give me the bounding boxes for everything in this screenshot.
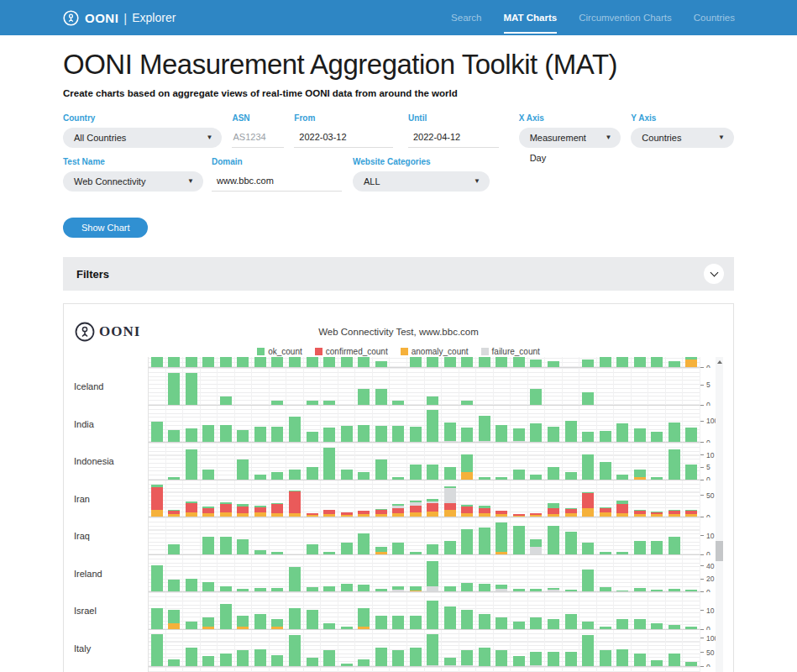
stacked-bar[interactable]: [341, 426, 353, 442]
stacked-bar[interactable]: [410, 357, 422, 367]
stacked-bar[interactable]: [392, 616, 404, 629]
stacked-bar[interactable]: [685, 590, 697, 591]
stacked-bar[interactable]: [237, 539, 249, 554]
stacked-bar[interactable]: [358, 389, 370, 405]
stacked-bar[interactable]: [237, 589, 249, 591]
stacked-bar[interactable]: [582, 392, 594, 404]
stacked-bar[interactable]: [307, 658, 318, 666]
stacked-bar[interactable]: [289, 491, 301, 517]
stacked-bar[interactable]: [323, 623, 335, 629]
stacked-bar[interactable]: [307, 401, 318, 405]
stacked-bar[interactable]: [186, 579, 197, 591]
stacked-bar[interactable]: [289, 567, 301, 592]
stacked-bar[interactable]: [582, 432, 594, 442]
stacked-bar[interactable]: [616, 357, 628, 367]
nav-link-search[interactable]: Search: [451, 2, 481, 34]
stacked-bar[interactable]: [427, 499, 438, 517]
stacked-bar[interactable]: [513, 656, 525, 666]
stacked-bar[interactable]: [669, 654, 680, 666]
stacked-bar[interactable]: [582, 360, 594, 368]
stacked-bar[interactable]: [271, 427, 283, 442]
stacked-bar[interactable]: [202, 617, 214, 628]
stacked-bar[interactable]: [461, 428, 473, 442]
stacked-bar[interactable]: [461, 583, 473, 591]
stacked-bar[interactable]: [151, 608, 163, 629]
brand[interactable]: OONI | Explorer: [63, 10, 176, 26]
stacked-bar[interactable]: [237, 650, 249, 666]
stacked-bar[interactable]: [323, 401, 335, 405]
stacked-bar[interactable]: [651, 541, 663, 554]
stacked-bar[interactable]: [375, 509, 387, 517]
stacked-bar[interactable]: [410, 501, 422, 517]
stacked-bar[interactable]: [375, 361, 387, 367]
stacked-bar[interactable]: [496, 522, 507, 554]
x-axis-select[interactable]: Measurement Day ▼: [519, 128, 621, 148]
stacked-bar[interactable]: [479, 528, 490, 554]
stacked-bar[interactable]: [410, 552, 422, 554]
stacked-bar[interactable]: [341, 627, 353, 628]
stacked-bar[interactable]: [220, 425, 232, 442]
stacked-bar[interactable]: [254, 614, 266, 629]
stacked-bar[interactable]: [530, 539, 542, 554]
stacked-bar[interactable]: [479, 648, 490, 666]
stacked-bar[interactable]: [496, 650, 507, 666]
stacked-bar[interactable]: [616, 475, 628, 480]
stacked-bar[interactable]: [202, 357, 214, 367]
stacked-bar[interactable]: [530, 589, 542, 591]
stacked-bar[interactable]: [237, 430, 249, 442]
stacked-bar[interactable]: [341, 357, 353, 367]
stacked-bar[interactable]: [582, 492, 594, 517]
stacked-bar[interactable]: [341, 584, 353, 591]
stacked-bar[interactable]: [513, 428, 525, 442]
stacked-bar[interactable]: [669, 449, 680, 479]
stacked-bar[interactable]: [685, 357, 697, 367]
stacked-bar[interactable]: [461, 401, 473, 405]
stacked-bar[interactable]: [444, 357, 456, 367]
stacked-bar[interactable]: [496, 357, 507, 367]
stacked-bar[interactable]: [271, 401, 283, 405]
stacked-bar[interactable]: [410, 616, 422, 629]
stacked-bar[interactable]: [220, 357, 232, 367]
stacked-bar[interactable]: [341, 543, 353, 554]
stacked-bar[interactable]: [186, 449, 197, 479]
stacked-bar[interactable]: [530, 423, 542, 442]
stacked-bar[interactable]: [168, 357, 180, 367]
stacked-bar[interactable]: [530, 617, 542, 628]
stacked-bar[interactable]: [289, 417, 301, 442]
stacked-bar[interactable]: [600, 431, 611, 442]
stacked-bar[interactable]: [651, 660, 663, 666]
stacked-bar[interactable]: [565, 508, 577, 517]
stacked-bar[interactable]: [444, 467, 456, 480]
stacked-bar[interactable]: [392, 401, 404, 405]
stacked-bar[interactable]: [600, 357, 611, 367]
stacked-bar[interactable]: [479, 357, 490, 367]
stacked-bar[interactable]: [410, 465, 422, 480]
website-categories-select[interactable]: ALL ▼: [353, 171, 490, 192]
stacked-bar[interactable]: [651, 623, 663, 629]
stacked-bar[interactable]: [479, 506, 490, 517]
until-date-input[interactable]: 2022-04-12: [408, 128, 499, 148]
stacked-bar[interactable]: [202, 507, 214, 517]
stacked-bar[interactable]: [616, 619, 628, 628]
stacked-bar[interactable]: [634, 619, 646, 628]
stacked-bar[interactable]: [358, 357, 370, 367]
asn-input[interactable]: AS1234: [232, 128, 284, 148]
stacked-bar[interactable]: [565, 472, 577, 480]
stacked-bar[interactable]: [616, 591, 628, 591]
stacked-bar[interactable]: [307, 467, 318, 480]
stacked-bar[interactable]: [375, 589, 387, 591]
stacked-bar[interactable]: [254, 357, 266, 367]
stacked-bar[interactable]: [168, 373, 180, 405]
stacked-bar[interactable]: [220, 396, 232, 405]
test-name-select[interactable]: Web Connectivity ▼: [63, 171, 203, 192]
stacked-bar[interactable]: [582, 454, 594, 479]
stacked-bar[interactable]: [151, 565, 163, 591]
stacked-bar[interactable]: [392, 477, 404, 480]
stacked-bar[interactable]: [375, 459, 387, 479]
stacked-bar[interactable]: [358, 533, 370, 554]
stacked-bar[interactable]: [375, 426, 387, 442]
stacked-bar[interactable]: [427, 410, 438, 442]
scroll-up-icon[interactable]: [717, 360, 722, 364]
stacked-bar[interactable]: [186, 622, 197, 629]
stacked-bar[interactable]: [410, 586, 422, 591]
